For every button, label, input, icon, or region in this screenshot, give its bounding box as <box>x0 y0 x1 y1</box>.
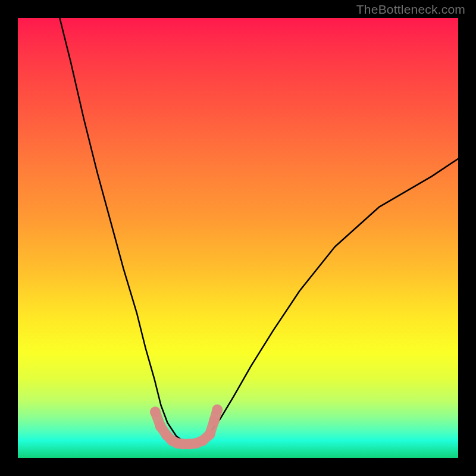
plot-area <box>18 18 458 458</box>
svg-point-11 <box>212 405 223 415</box>
marker-points <box>150 405 223 450</box>
svg-point-10 <box>209 415 220 426</box>
chart-svg <box>18 18 458 458</box>
svg-point-9 <box>205 429 215 440</box>
svg-point-1 <box>155 421 166 432</box>
chart-frame: TheBottleneck.com <box>0 0 476 476</box>
watermark-text: TheBottleneck.com <box>356 2 465 17</box>
svg-point-0 <box>150 406 161 417</box>
curve-line <box>60 18 458 443</box>
